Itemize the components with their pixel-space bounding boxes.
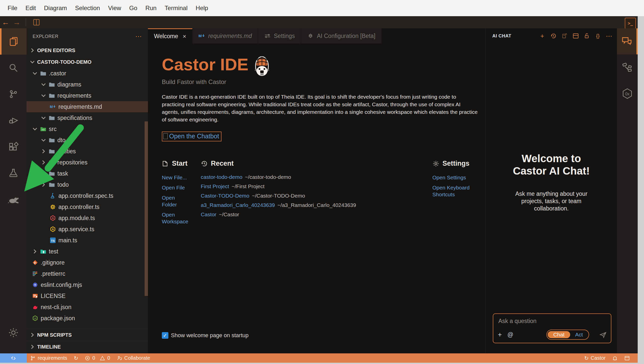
recent-link[interactable]: a3_Ramadori_Carlo_40243639	[201, 202, 275, 208]
right-activity-ai-chat[interactable]	[617, 28, 638, 54]
tree-item-entities[interactable]: entities	[27, 146, 148, 157]
menu-selection[interactable]: Selection	[71, 3, 104, 13]
nest-icon	[32, 304, 38, 310]
open-folder-link[interactable]: Open Folder	[162, 194, 190, 208]
layout-panel-icon[interactable]	[572, 33, 579, 39]
terminal-icon[interactable]: >_	[625, 18, 636, 29]
open-settings-link[interactable]: Open Settings	[432, 174, 471, 181]
section-timeline[interactable]: TIMELINE	[27, 341, 148, 353]
tree-item-requirements[interactable]: requirements	[27, 90, 148, 101]
activity-search[interactable]	[0, 55, 27, 81]
tree-item-dto[interactable]: dto	[27, 135, 148, 146]
tree-item-eslint-config[interactable]: eslint.config.mjs	[27, 279, 148, 290]
unlock-icon[interactable]	[583, 33, 590, 39]
remote-indicator[interactable]	[0, 353, 27, 363]
menu-bar: File Edit Diagram Selection View Go Run …	[0, 0, 644, 16]
tree-item-diagrams[interactable]: diagrams	[27, 79, 148, 90]
tab-requirements-md[interactable]: M requirements.md	[192, 28, 258, 44]
tree-item-app-controller[interactable]: app.controller.ts	[27, 201, 148, 212]
tree-item-requirements-md[interactable]: M requirements.md	[27, 101, 148, 112]
tree-item-repositories[interactable]: repositories	[27, 157, 148, 168]
activity-castor-beaver[interactable]	[0, 186, 27, 212]
tree-item-app-service[interactable]: A app.service.ts	[27, 224, 148, 235]
export-chat-icon[interactable]	[561, 33, 568, 39]
tree-item-app-controller-spec[interactable]: app.controller.spec.ts	[27, 190, 148, 201]
notifications-bell[interactable]	[609, 353, 621, 363]
activity-plugins[interactable]	[0, 134, 27, 160]
branch-status[interactable]: requirements	[27, 353, 71, 363]
menu-help[interactable]: Help	[192, 3, 212, 13]
open-chatbot-link[interactable]: Open the Chatbot	[169, 133, 219, 140]
tree-item-gitignore[interactable]: .gitignore	[27, 257, 148, 268]
split-editor-icon[interactable]	[33, 18, 40, 26]
attach-plus-icon[interactable]: +	[498, 331, 502, 339]
keyboard-shortcuts-link[interactable]: Open Keyboard Shortcuts	[432, 184, 471, 198]
checkbox-checked-icon[interactable]: ✓	[162, 332, 168, 339]
tree-item-src[interactable]: <> src	[27, 123, 148, 135]
tree-item-prettierrc[interactable]: .prettierrc	[27, 268, 148, 279]
problems-status[interactable]: 0 0	[81, 353, 113, 363]
activity-debug[interactable]	[0, 107, 27, 134]
tab-settings[interactable]: Settings	[258, 28, 301, 44]
extensions-icon	[8, 142, 18, 152]
chat-history-icon[interactable]	[550, 33, 557, 39]
mode-chat-button[interactable]: Chat	[548, 331, 570, 338]
recent-link[interactable]: Castor-TODO-Demo	[201, 193, 249, 199]
recent-entry: a3_Ramadori_Carlo_40243639~/a3_Ramadori_…	[201, 202, 428, 208]
menu-terminal[interactable]: Terminal	[161, 3, 192, 13]
right-activity-diagram[interactable]	[617, 54, 638, 80]
tree-item-task[interactable]: task	[27, 168, 148, 179]
chatbot-link-box[interactable]: Open the Chatbot	[162, 132, 221, 141]
send-icon[interactable]	[599, 331, 607, 338]
tree-item-app-module[interactable]: A app.module.ts	[27, 212, 148, 224]
recent-link[interactable]: Castor	[201, 211, 216, 217]
tree-item-todo[interactable]: todo	[27, 179, 148, 190]
menu-view[interactable]: View	[104, 3, 125, 13]
more-actions-icon[interactable]: ⋯	[606, 33, 612, 39]
activity-explorer[interactable]	[0, 28, 27, 55]
recent-link[interactable]: First Project	[201, 183, 229, 189]
activity-test[interactable]	[0, 160, 27, 186]
tree-item-nest-cli[interactable]: nest-cli.json	[27, 302, 148, 313]
startup-checkbox-row[interactable]: ✓ Show welcome page on startup	[162, 332, 249, 339]
mention-icon[interactable]: @	[507, 331, 513, 338]
settings-gear-icon[interactable]	[0, 319, 27, 346]
toggle-panel-button[interactable]	[621, 353, 633, 363]
back-icon[interactable]: ←	[0, 18, 11, 27]
chat-input-box[interactable]: + @ Chat Act	[493, 313, 611, 343]
collaborate-status[interactable]: Collaborate	[114, 353, 153, 363]
open-file-link[interactable]: Open File	[162, 184, 190, 191]
section-npm-scripts[interactable]: NPM SCRIPTS	[27, 329, 148, 341]
recent-entry: castor-todo-demo~/castor-todo-demo	[201, 174, 428, 180]
tree-item-package-json[interactable]: JS package.json	[27, 313, 148, 324]
forward-icon[interactable]: →	[11, 18, 22, 27]
tree-item-castor[interactable]: .castor	[27, 68, 148, 79]
chat-input[interactable]	[498, 317, 607, 325]
menu-go[interactable]: Go	[125, 3, 141, 13]
castor-sync-status[interactable]: ↻ Castor	[581, 353, 609, 363]
tree-item-main-ts[interactable]: TS main.ts	[27, 235, 148, 246]
new-file-link[interactable]: New File...	[162, 174, 190, 181]
activity-source-control[interactable]	[0, 81, 27, 107]
menu-edit[interactable]: Edit	[21, 3, 40, 13]
open-workspace-link[interactable]: Open Workspace	[162, 211, 190, 225]
close-icon[interactable]: ×	[183, 33, 186, 40]
section-workspace-root[interactable]: CASTOR-TODO-DEMO	[27, 56, 148, 68]
section-open-editors[interactable]: OPEN EDITORS	[27, 45, 148, 56]
tab-welcome[interactable]: Welcome ×	[148, 28, 192, 44]
tree-item-license[interactable]: LICENSE	[27, 290, 148, 302]
menu-file[interactable]: File	[4, 3, 21, 13]
sync-status[interactable]: ↻	[71, 353, 82, 363]
more-actions-icon[interactable]: ⋯	[135, 33, 142, 40]
tree-item-specifications[interactable]: specifications	[27, 112, 148, 123]
braces-icon[interactable]: {}	[594, 33, 601, 39]
recent-link[interactable]: castor-todo-demo	[201, 174, 242, 180]
tree-item-test[interactable]: test	[27, 246, 148, 257]
right-activity-hex[interactable]: 0x	[617, 80, 638, 106]
new-chat-icon[interactable]: +	[539, 33, 546, 39]
tab-ai-configuration[interactable]: AI Configuration [Beta]	[301, 28, 382, 44]
sidebar-scrollbar[interactable]	[145, 121, 148, 296]
mode-act-button[interactable]: Act	[570, 331, 588, 338]
menu-diagram[interactable]: Diagram	[40, 3, 71, 13]
menu-run[interactable]: Run	[141, 3, 161, 13]
